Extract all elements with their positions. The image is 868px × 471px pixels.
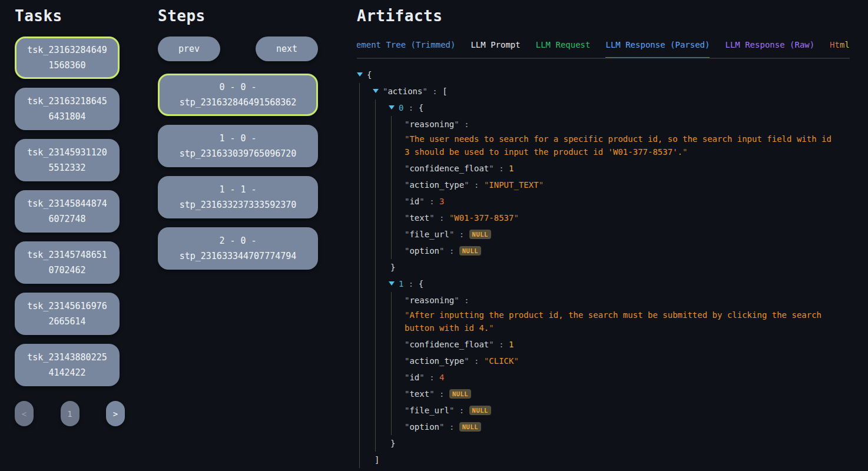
pagination-prev-button[interactable]: < [15, 401, 34, 426]
json-node: "action_type" : "INPUT_TEXT" [405, 177, 850, 193]
json-node: "text" : "W01-377-8537" [405, 210, 850, 226]
step-button[interactable]: 2 - 0 - stp_231633344707774794 [158, 227, 318, 270]
step-nav: prev next [158, 37, 318, 61]
json-row: } [359, 468, 850, 471]
json-node: "id" : 4 [405, 369, 850, 386]
json-node: "id" : 3 [405, 193, 850, 210]
json-row: "text" : "W01-377-8537" [405, 210, 850, 226]
task-list: tsk_231632846491568360tsk_23163218645643… [15, 37, 120, 386]
json-row: "text" : NULL [405, 386, 850, 402]
json-row: } [390, 435, 850, 452]
json-node: "option" : NULL [405, 243, 850, 259]
task-button[interactable]: tsk_231438802254142422 [15, 344, 120, 386]
json-row: ] [375, 452, 850, 468]
pagination-next-button[interactable]: > [106, 401, 125, 426]
tasks-panel: Tasks tsk_231632846491568360tsk_23163218… [15, 0, 120, 471]
step-button[interactable]: 0 - 0 - stp_231632846491568362 [158, 74, 318, 116]
json-row: "option" : NULL [405, 419, 850, 435]
json-row: "action_type" : "INPUT_TEXT" [405, 177, 850, 193]
null-badge: NULL [459, 246, 481, 256]
json-row: "reasoning" : [405, 116, 850, 132]
pagination-page-button[interactable]: 1 [61, 401, 79, 426]
tab-llm-response-raw[interactable]: LLM Response (Raw) [725, 37, 814, 59]
json-node: "reasoning" : "After inputting the produ… [405, 292, 850, 334]
task-button[interactable]: tsk_231632846491568360 [15, 37, 120, 79]
collapse-arrow-icon[interactable] [373, 89, 379, 93]
collapse-arrow-icon[interactable] [389, 281, 395, 286]
json-node: {"actions" : [0 : {"reasoning" : "The us… [357, 67, 850, 471]
json-row: "id" : 3 [405, 193, 850, 210]
json-node: "confidence_float" : 1 [405, 336, 850, 353]
artifacts-tabbar: Element Tree (Trimmed)LLM PromptLLM Requ… [357, 37, 850, 59]
json-row: 1 : { [389, 276, 850, 292]
step-button[interactable]: 1 - 1 - stp_231633237333592370 [158, 176, 318, 218]
steps-title: Steps [158, 7, 318, 25]
json-node: "file_url" : NULL [405, 226, 850, 243]
json-row: "action_type" : "CLICK" [405, 353, 850, 369]
json-node: "text" : NULL [405, 386, 850, 402]
null-badge: NULL [449, 389, 471, 399]
tab-llm-request[interactable]: LLM Request [536, 37, 591, 59]
json-children: "reasoning" : "The user needs to search … [391, 116, 850, 259]
tab-llm-prompt[interactable]: LLM Prompt [471, 37, 520, 59]
artifacts-panel: Artifacts Element Tree (Trimmed)LLM Prom… [357, 0, 850, 471]
json-children: "actions" : [0 : {"reasoning" : "The use… [359, 83, 850, 468]
json-row: { [357, 67, 850, 83]
json-row: "option" : NULL [405, 243, 850, 259]
steps-panel: Steps prev next 0 - 0 - stp_231632846491… [158, 0, 318, 471]
json-string-value: "The user needs to search for a specific… [405, 132, 840, 158]
json-row: "file_url" : NULL [405, 226, 850, 243]
task-button[interactable]: tsk_231632186456431804 [15, 88, 120, 130]
null-badge: NULL [469, 406, 491, 415]
task-button[interactable]: tsk_231457486510702462 [15, 241, 120, 284]
json-node: "reasoning" : "The user needs to search … [405, 116, 850, 158]
tab-llm-response-parsed[interactable]: LLM Response (Parsed) [605, 37, 710, 59]
json-row: 0 : { [389, 99, 850, 116]
task-button[interactable]: tsk_231458448746072748 [15, 190, 120, 233]
json-children: "reasoning" : "After inputting the produ… [391, 292, 850, 435]
json-node: "file_url" : NULL [405, 402, 850, 419]
json-children: 0 : {"reasoning" : "The user needs to se… [375, 99, 850, 452]
json-row: } [390, 259, 850, 276]
next-step-button[interactable]: next [256, 37, 318, 61]
task-button[interactable]: tsk_231459311205512332 [15, 139, 120, 181]
task-button[interactable]: tsk_231456169762665614 [15, 293, 120, 335]
json-node: "confidence_float" : 1 [405, 160, 850, 177]
json-row: "confidence_float" : 1 [405, 336, 850, 353]
task-pagination: < 1 > [15, 401, 125, 426]
artifacts-title: Artifacts [357, 7, 850, 25]
null-badge: NULL [469, 230, 491, 239]
json-node: "option" : NULL [405, 419, 850, 435]
json-viewer: {"actions" : [0 : {"reasoning" : "The us… [357, 67, 850, 471]
collapse-arrow-icon[interactable] [389, 105, 395, 110]
null-badge: NULL [459, 422, 481, 432]
json-row: "reasoning" : [405, 292, 850, 309]
json-row: "file_url" : NULL [405, 402, 850, 419]
json-row: "confidence_float" : 1 [405, 160, 850, 177]
prev-step-button[interactable]: prev [158, 37, 220, 61]
tasks-title: Tasks [15, 7, 120, 25]
tab-html-raw[interactable]: Html (Raw) [830, 37, 850, 59]
json-node: "actions" : [0 : {"reasoning" : "The use… [373, 83, 850, 468]
step-button[interactable]: 1 - 0 - stp_231633039765096720 [158, 125, 318, 167]
json-node: "action_type" : "CLICK" [405, 353, 850, 369]
json-string-value: "After inputting the product id, the sea… [405, 309, 840, 334]
json-node: 0 : {"reasoning" : "The user needs to se… [389, 99, 850, 276]
collapse-arrow-icon[interactable] [357, 72, 363, 77]
json-row: "id" : 4 [405, 369, 850, 386]
tab-element-tree-trimmed[interactable]: Element Tree (Trimmed) [357, 37, 455, 59]
json-node: 1 : {"reasoning" : "After inputting the … [389, 276, 850, 452]
json-row: "actions" : [ [373, 83, 850, 99]
step-list: 0 - 0 - stp_2316328464915683621 - 0 - st… [158, 74, 318, 270]
